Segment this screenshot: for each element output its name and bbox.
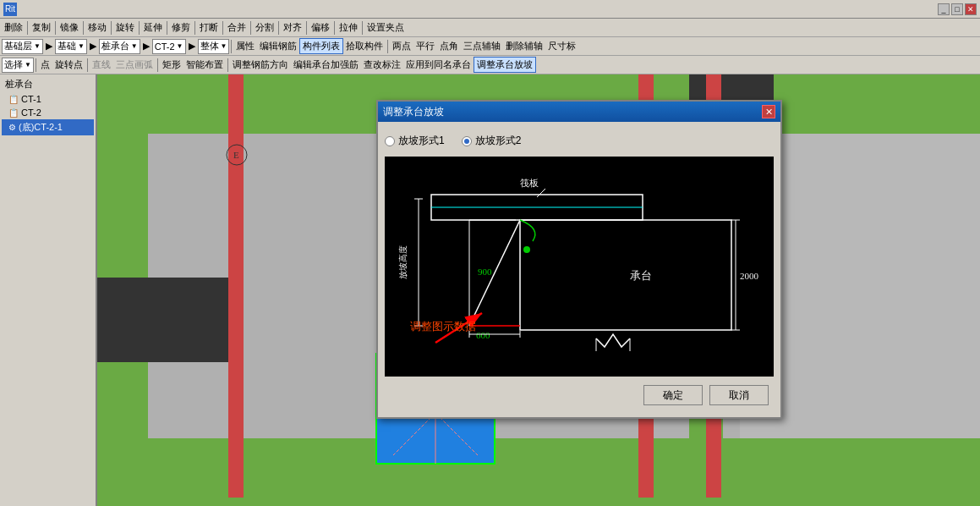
- svg-point-44: [523, 246, 530, 253]
- adjust-data-label: 调整图示数据: [410, 319, 476, 334]
- tool-rect[interactable]: 矩形: [160, 58, 183, 72]
- svg-text:900: 900: [478, 267, 492, 277]
- radio2-label: 放坡形式2: [475, 134, 522, 148]
- toolbar-row2: 基础层▼ ▶ 基础▼ ▶ 桩承台▼ ▶ CT-2▼ ▶ 整体▼ 属性 编辑钢筋 …: [0, 37, 980, 56]
- tool-split[interactable]: 分割: [253, 20, 276, 35]
- tool-mirror[interactable]: 镜像: [57, 20, 81, 35]
- radio1-indicator: [385, 136, 395, 146]
- radio2-indicator: [462, 136, 472, 146]
- dd-arrow3: ▶: [140, 41, 152, 52]
- sep7: [194, 21, 195, 35]
- tool-complist[interactable]: 构件列表: [299, 38, 343, 54]
- svg-text:承台: 承台: [630, 269, 652, 282]
- left-panel: 桩承台 📋 CT-1 📋 CT-2 ⚙ (底)CT-2-1: [0, 74, 97, 506]
- tool-dim[interactable]: 尺寸标: [545, 39, 578, 53]
- toolbar-row3: 选择▼ 点 旋转点 直线 三点画弧 矩形 智能布置 调整钢筋方向 编辑承台加强筋…: [0, 56, 980, 74]
- tool-delaux[interactable]: 删除辅轴: [503, 39, 545, 53]
- tool-3ptaux[interactable]: 三点辅轴: [461, 39, 503, 53]
- tool-move[interactable]: 移动: [85, 20, 109, 35]
- diagram-canvas: 放坡高度 筏板 承台: [385, 157, 774, 377]
- svg-text:E: E: [233, 150, 239, 160]
- tool-rotate[interactable]: 旋转: [113, 20, 137, 35]
- sep15: [387, 40, 388, 53]
- dd-select[interactable]: 选择▼: [2, 58, 34, 73]
- tool-adjslope[interactable]: 调整承台放坡: [474, 57, 536, 73]
- sep14: [231, 40, 232, 53]
- svg-line-34: [469, 220, 520, 326]
- tool-line[interactable]: 直线: [90, 58, 113, 72]
- tool-point[interactable]: 点: [38, 58, 52, 72]
- sep16: [36, 58, 36, 72]
- tool-angle[interactable]: 点角: [437, 39, 461, 53]
- tool-applyname[interactable]: 应用到同名承台: [403, 58, 474, 72]
- tool-smart[interactable]: 智能布置: [183, 58, 226, 72]
- canvas-area[interactable]: 底CT-2-1 E D 调整承台放坡 ✕: [97, 74, 980, 506]
- tool-parallel[interactable]: 平行: [413, 39, 437, 53]
- toolbar-row1: 删除 复制 镜像 移动 旋转 延伸 修剪 打断 合并 分割 对齐 偏移 拉伸 设…: [0, 19, 980, 37]
- tool-twopoint[interactable]: 两点: [390, 39, 413, 53]
- tool-trim[interactable]: 修剪: [169, 20, 193, 35]
- svg-rect-7: [97, 278, 228, 362]
- dd-arrow4: ▶: [186, 41, 198, 52]
- sep17: [87, 58, 88, 72]
- sep2: [55, 21, 56, 35]
- svg-text:2000: 2000: [740, 271, 759, 281]
- maximize-btn[interactable]: □: [951, 3, 963, 15]
- tool-offset[interactable]: 偏移: [309, 20, 332, 35]
- dialog-title-text: 调整承台放坡: [383, 105, 444, 119]
- cancel-button[interactable]: 取消: [709, 385, 769, 405]
- radio-option2[interactable]: 放坡形式2: [462, 134, 522, 148]
- tree-item-ct1[interactable]: 📋 CT-1: [2, 92, 94, 106]
- window-controls[interactable]: _ □ ✕: [938, 3, 977, 15]
- dd-ct2[interactable]: CT-2▼: [152, 39, 186, 54]
- tree-ct1-label: CT-1: [21, 94, 41, 104]
- tool-copy[interactable]: 复制: [30, 20, 53, 35]
- dialog-title-bar[interactable]: 调整承台放坡 ✕: [378, 102, 780, 122]
- dd-arrow2: ▶: [87, 41, 99, 52]
- tree-ct2-label: CT-2: [21, 107, 41, 118]
- tree-ct21-label: (底)CT-2-1: [19, 121, 63, 134]
- sep3: [83, 21, 84, 35]
- dd-foundation[interactable]: 基础▼: [55, 39, 87, 54]
- close-btn[interactable]: ✕: [965, 3, 977, 15]
- tree-item-ct21[interactable]: ⚙ (底)CT-2-1: [2, 119, 94, 135]
- svg-text:放坡高度: 放坡高度: [398, 245, 408, 279]
- svg-rect-5: [228, 74, 244, 498]
- tool-setpoint[interactable]: 设置夹点: [364, 20, 407, 35]
- adjust-slope-dialog: 调整承台放坡 ✕ 放坡形式1 放坡形式2: [376, 100, 782, 419]
- dd-whole[interactable]: 整体▼: [198, 39, 230, 54]
- tool-arc[interactable]: 三点画弧: [113, 58, 156, 72]
- dialog-close-btn[interactable]: ✕: [762, 105, 775, 118]
- dd-pilecap[interactable]: 桩承台▼: [99, 39, 140, 54]
- main-area: 桩承台 📋 CT-1 📋 CT-2 ⚙ (底)CT-2-1: [0, 74, 980, 506]
- tool-adjdir[interactable]: 调整钢筋方向: [230, 58, 291, 72]
- sep6: [167, 21, 167, 35]
- tool-pickcomp[interactable]: 拾取构件: [343, 39, 386, 53]
- tool-property[interactable]: 属性: [233, 39, 257, 53]
- ct1-icon: 📋: [8, 95, 19, 104]
- sep12: [334, 21, 335, 35]
- tool-stretch[interactable]: 拉伸: [337, 20, 360, 35]
- dd-layer[interactable]: 基础层▼: [2, 39, 43, 54]
- tool-rotpoint[interactable]: 旋转点: [52, 58, 85, 72]
- radio-options: 放坡形式1 放坡形式2: [385, 129, 774, 153]
- ok-button[interactable]: 确定: [643, 385, 703, 405]
- tree-item-ct2[interactable]: 📋 CT-2: [2, 106, 94, 119]
- tool-editrebar[interactable]: 编辑钢筋: [257, 39, 299, 53]
- app-icon: Rit: [3, 3, 17, 16]
- tool-align[interactable]: 对齐: [281, 20, 304, 35]
- radio-option1[interactable]: 放坡形式1: [385, 134, 445, 148]
- minimize-btn[interactable]: _: [938, 3, 950, 15]
- ct21-icon: ⚙: [8, 123, 16, 132]
- tool-merge[interactable]: 合并: [225, 20, 249, 35]
- radio1-label: 放坡形式1: [398, 134, 445, 148]
- tool-delete[interactable]: 删除: [2, 20, 25, 35]
- tool-chkmark[interactable]: 查改标注: [361, 58, 403, 72]
- diagram-svg: 放坡高度 筏板 承台: [385, 157, 774, 377]
- sep1: [27, 21, 28, 35]
- tool-extend[interactable]: 延伸: [141, 20, 165, 35]
- tool-editcap[interactable]: 编辑承台加强筋: [291, 58, 361, 72]
- tool-break[interactable]: 打断: [197, 20, 221, 35]
- sep8: [222, 21, 223, 35]
- ct2-icon: 📋: [8, 108, 19, 118]
